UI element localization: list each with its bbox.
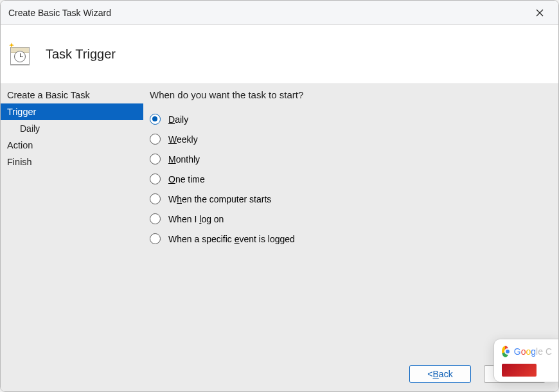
chrome-notification[interactable]: Google C [493, 339, 559, 382]
trigger-radio-weekly[interactable] [150, 134, 161, 145]
wizard-window: Create Basic Task Wizard Task Trigger Cr… [0, 0, 559, 392]
trigger-label-monthly: Monthly [168, 154, 200, 165]
sidebar-step-action[interactable]: Action [1, 137, 143, 154]
wizard-footer: < Back Next > [1, 357, 558, 391]
titlebar: Create Basic Task Wizard [1, 1, 558, 25]
sparkle-icon [7, 42, 16, 51]
trigger-label-daily: Daily [168, 114, 188, 125]
sidebar-step-trigger[interactable]: Trigger [1, 103, 143, 120]
trigger-radio-startup[interactable] [150, 193, 161, 204]
close-button[interactable] [525, 3, 555, 23]
wizard-body: Create a Basic TaskTriggerDailyActionFin… [1, 84, 558, 357]
chrome-icon [502, 346, 509, 357]
window-title: Create Basic Task Wizard [8, 8, 111, 18]
sidebar-step-create-a-basic-task[interactable]: Create a Basic Task [1, 87, 143, 103]
trigger-option-event[interactable]: When a specific event is logged [150, 229, 547, 249]
trigger-label-onetime: One time [168, 174, 205, 184]
trigger-option-logon[interactable]: When I log on [150, 209, 547, 229]
trigger-question: When do you want the task to start? [150, 89, 547, 100]
sidebar-step-finish[interactable]: Finish [1, 154, 143, 170]
trigger-radio-monthly[interactable] [150, 154, 161, 165]
task-calendar-icon [8, 43, 31, 66]
trigger-radio-event[interactable] [150, 233, 161, 244]
wizard-header: Task Trigger [1, 25, 558, 84]
wizard-content: When do you want the task to start? Dail… [143, 84, 558, 357]
trigger-option-weekly[interactable]: Weekly [150, 129, 547, 149]
trigger-option-monthly[interactable]: Monthly [150, 149, 547, 169]
trigger-label-logon: When I log on [168, 214, 224, 224]
back-button[interactable]: < Back [409, 365, 471, 383]
page-title: Task Trigger [46, 47, 116, 62]
trigger-label-weekly: Weekly [168, 134, 198, 145]
trigger-option-onetime[interactable]: One time [150, 169, 547, 189]
trigger-option-startup[interactable]: When the computer starts [150, 189, 547, 209]
sidebar-step-daily[interactable]: Daily [1, 120, 143, 137]
wizard-steps-sidebar: Create a Basic TaskTriggerDailyActionFin… [1, 84, 143, 357]
trigger-radio-logon[interactable] [150, 213, 161, 224]
close-icon [536, 9, 544, 17]
trigger-radio-group: DailyWeeklyMonthlyOne timeWhen the compu… [150, 109, 547, 249]
trigger-label-startup: When the computer starts [168, 194, 271, 204]
trigger-radio-daily[interactable] [150, 114, 161, 125]
trigger-option-daily[interactable]: Daily [150, 109, 547, 129]
notification-app-name: Google C [514, 346, 552, 357]
notification-thumbnail [502, 364, 537, 377]
trigger-radio-onetime[interactable] [150, 174, 161, 184]
trigger-label-event: When a specific event is logged [168, 234, 295, 244]
